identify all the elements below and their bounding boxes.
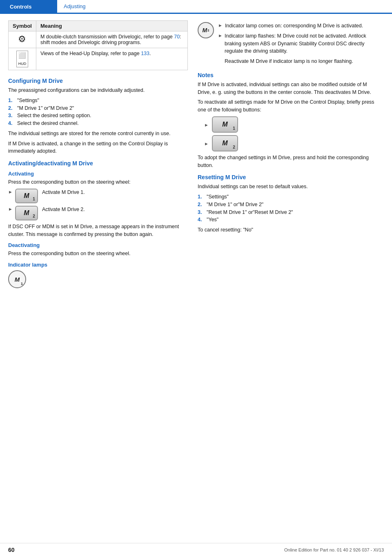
symbol-gearbox-icon: ⚙ <box>9 31 36 48</box>
deactivating-text: Press the corresponding button on the st… <box>8 250 188 258</box>
adjusting-label: Adjusting <box>64 3 85 9</box>
symbol-hud-icon: ⬜HUD <box>9 48 36 70</box>
page-footer: 60 Online Edition for Part no. 01 40 2 9… <box>0 543 392 556</box>
bullet-arrow-icon: ► <box>218 33 222 38</box>
table-meaning-hud: Views of the Head-Up Display, refer to p… <box>36 48 187 70</box>
m2-lamp-row: M2 ► Indicator lamp comes on: correspond… <box>198 22 377 68</box>
press-buttons-list: ► M1 ► M2 <box>204 116 377 151</box>
link-page-70[interactable]: 70 <box>174 34 180 40</box>
configuring-note1: The individual settings are stored for t… <box>8 130 188 138</box>
activating-heading: Activating/deactivating M Drive <box>8 160 188 167</box>
press-btn-row-2: ► M2 <box>204 135 377 151</box>
m2-button: M2 <box>15 206 38 220</box>
link-page-133[interactable]: 133 <box>141 51 149 56</box>
resetting-intro: Individual settings can be reset to defa… <box>198 183 377 191</box>
bullet-arrow-icon: ► <box>8 207 13 211</box>
left-column: Symbol Meaning ⚙ M double-clutch transmi… <box>8 20 188 288</box>
resetting-steps-list: 1."Settings" 2."M Drive 1" or"M Drive 2"… <box>198 193 377 224</box>
bullet-arrow-icon: ► <box>218 23 223 28</box>
m2-lamp-icon: M2 <box>198 22 214 38</box>
list-item: 2."M Drive 1" or"M Drive 2" <box>198 201 377 209</box>
configuring-steps-list: 1."Settings" 2."M Drive 1" or"M Drive 2"… <box>8 97 188 127</box>
list-item: 3."Reset M Drive 1" or"Reset M Drive 2" <box>198 209 377 216</box>
indicator-bullet-1: ► Indicator lamp comes on: corresponding… <box>218 22 377 30</box>
list-item: 2."M Drive 1" or"M Drive 2" <box>8 105 188 112</box>
table-row: ⬜HUD Views of the Head-Up Display, refer… <box>9 48 188 70</box>
page-number: 60 <box>8 547 15 553</box>
list-item: 4."Yes" <box>198 216 377 224</box>
adopt-text: To adopt the changed settings in M Drive… <box>198 154 377 169</box>
indicator-bullet-2: ► Indicator lamp flashes: M Drive could … <box>218 32 377 55</box>
dsc-off-text: If DSC OFF or MDM is set in M Drive, a m… <box>8 223 188 238</box>
indicator-text-3: Reactivate M Drive if indicator lamp is … <box>225 58 377 65</box>
table-col-meaning: Meaning <box>36 21 187 31</box>
activating-intro: Press the corresponding button on the st… <box>8 178 188 186</box>
header-controls-tab[interactable]: Controls <box>0 0 57 13</box>
reactivate-m2-button: M2 <box>212 135 238 151</box>
list-item: 4.Select the desired channel. <box>8 120 188 127</box>
list-item: 1."Settings" <box>198 193 377 201</box>
m1-button: M1 <box>15 189 38 203</box>
indicator-text-1: Indicator lamp comes on: corresponding M… <box>225 22 363 30</box>
notes-text2: To reactivate all settings made for M Dr… <box>198 98 377 114</box>
activate-drive1-row: ► M1 Activate M Drive 1. <box>8 189 188 203</box>
m-drive-2-button-icon: M2 <box>15 206 40 220</box>
m-drive-1-button-icon: M1 <box>15 189 40 203</box>
reactivate-m1-button: M1 <box>212 116 238 133</box>
footer-edition: Online Edition for Part no. 01 40 2 926 … <box>284 547 384 552</box>
resetting-heading: Resetting M Drive <box>198 174 377 180</box>
activating-sub: Activating <box>8 171 188 177</box>
configuring-intro: The preassigned configurations can be in… <box>8 87 188 94</box>
table-col-symbol: Symbol <box>9 21 36 31</box>
notes-heading: Notes <box>198 72 377 78</box>
header-adjusting-tab[interactable]: Adjusting <box>57 0 392 13</box>
activate1-label: Activate M Drive 1. <box>42 189 85 196</box>
list-item: 1."Settings" <box>8 97 188 105</box>
activate2-label: Activate M Drive 2. <box>42 206 85 214</box>
m1-lamp-icon: M1 <box>8 270 26 288</box>
indicator-text-2: Indicator lamp flashes: M Drive could no… <box>225 32 377 55</box>
symbol-table: Symbol Meaning ⚙ M double-clutch transmi… <box>8 20 188 70</box>
indicator-bullets-wrapper: ► Indicator lamp comes on: corresponding… <box>218 22 377 68</box>
right-column: M2 ► Indicator lamp comes on: correspond… <box>198 20 377 288</box>
notes-text1: If M Drive is activated, individual sett… <box>198 81 377 96</box>
table-meaning-gearbox: M double-clutch transmission with Drivel… <box>36 31 187 48</box>
activate-drive2-row: ► M2 Activate M Drive 2. <box>8 206 188 220</box>
bullet-arrow-icon: ► <box>204 122 209 127</box>
configuring-note2: If M Drive is activated, a change in the… <box>8 140 188 156</box>
bullet-arrow-icon: ► <box>204 141 209 146</box>
page-header: Controls Adjusting <box>0 0 392 13</box>
main-content: Symbol Meaning ⚙ M double-clutch transmi… <box>0 14 392 296</box>
table-row: ⚙ M double-clutch transmission with Driv… <box>9 31 188 48</box>
bullet-arrow-icon: ► <box>8 189 13 194</box>
indicator-lamps-sub: Indicator lamps <box>8 262 188 268</box>
configuring-heading: Configuring M Drive <box>8 78 188 84</box>
list-item: 3.Select the desired setting option. <box>8 112 188 120</box>
controls-label: Controls <box>10 4 31 10</box>
deactivating-sub: Deactivating <box>8 242 188 248</box>
lamp-circle-m1: M1 <box>8 270 188 288</box>
cancel-text: To cancel resetting: "No" <box>198 226 377 234</box>
press-btn-row-1: ► M1 <box>204 116 377 133</box>
